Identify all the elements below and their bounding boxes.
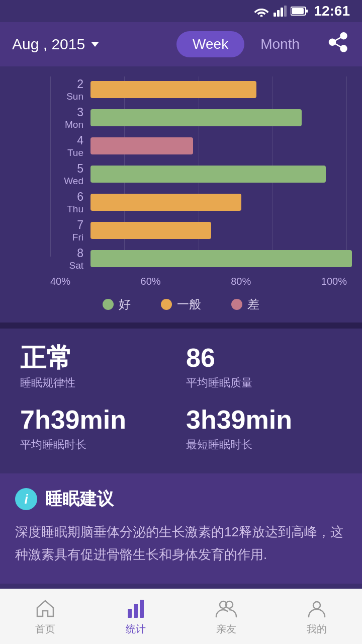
svg-rect-10	[140, 600, 144, 618]
bar-fill-6	[90, 250, 352, 267]
bar-row-6: 8Sat	[50, 246, 352, 272]
quality-label: 平均睡眠质量	[186, 375, 342, 390]
min-duration-value: 3h39min	[186, 406, 342, 434]
nav-mine[interactable]: 我的	[272, 589, 362, 644]
bar-fill-0	[90, 81, 256, 98]
status-bar: 12:61	[0, 0, 362, 22]
bar-row-1: 3Mon	[50, 105, 352, 131]
legend: 好一般差	[10, 287, 352, 317]
nav-friends-label: 亲友	[216, 622, 236, 636]
svg-rect-1	[274, 13, 276, 17]
tab-group: Week Month	[176, 31, 316, 57]
regularity-stat: 正常 睡眠规律性	[20, 344, 176, 390]
friends-icon	[215, 597, 237, 619]
bar-label-1: 3Mon	[50, 106, 90, 130]
bar-row-0: 2Sun	[50, 76, 352, 103]
svg-rect-8	[128, 609, 132, 618]
min-duration-label: 最短睡眠时长	[186, 437, 342, 452]
legend-item-0: 好	[103, 296, 131, 312]
bar-row-4: 6Thu	[50, 189, 352, 215]
chart-area: 2Sun3Mon4Tue5Wed6Thu7Fri8Sat 40%60%80%10…	[0, 66, 362, 323]
share-button[interactable]	[328, 32, 350, 56]
svg-rect-4	[284, 6, 287, 17]
bar-label-2: 4Tue	[50, 134, 90, 158]
avg-duration-value: 7h39min	[20, 406, 176, 434]
min-duration-stat: 3h39min 最短睡眠时长	[186, 406, 342, 452]
home-icon	[34, 597, 56, 619]
date-selector[interactable]: Aug , 2015	[12, 36, 176, 53]
legend-item-2: 差	[231, 296, 259, 312]
nav-mine-label: 我的	[307, 622, 327, 636]
avg-duration-stat: 7h39min 平均睡眠时长	[20, 406, 176, 452]
status-icons	[253, 6, 309, 17]
advice-section: i 睡眠建议 深度睡眠期脑垂体分泌的生长激素的12释放达到高峰，这种激素具有促进…	[0, 473, 362, 583]
bottom-nav: 首页 统计 亲友 我的	[0, 589, 362, 644]
quality-value: 86	[186, 344, 342, 372]
date-text: Aug , 2015	[12, 36, 85, 53]
svg-rect-2	[277, 10, 280, 17]
nav-stats-label: 统计	[126, 622, 146, 636]
x-label-3: 100%	[321, 276, 347, 287]
chart-container: 2Sun3Mon4Tue5Wed6Thu7Fri8Sat 40%60%80%10…	[10, 76, 352, 287]
x-label-0: 40%	[50, 276, 70, 287]
bar-fill-5	[90, 222, 211, 239]
svg-rect-9	[134, 604, 138, 618]
regularity-label: 睡眠规律性	[20, 375, 176, 390]
bar-row-2: 4Tue	[50, 133, 352, 159]
svg-point-13	[313, 602, 320, 609]
advice-text: 深度睡眠期脑垂体分泌的生长激素的12释放达到高峰，这种激素具有促进骨骼生长和身体…	[15, 521, 347, 565]
signal-icon	[274, 6, 287, 17]
bar-label-3: 5Wed	[50, 162, 90, 187]
x-axis: 40%60%80%100%	[10, 276, 352, 287]
share-icon	[328, 32, 350, 54]
section-divider	[0, 323, 362, 329]
battery-icon	[291, 6, 309, 16]
bar-label-0: 2Sun	[50, 77, 90, 102]
nav-home[interactable]: 首页	[0, 589, 90, 644]
bar-row-5: 7Fri	[50, 217, 352, 244]
stats-icon	[125, 597, 147, 619]
nav-home-label: 首页	[35, 622, 55, 636]
mine-icon	[306, 597, 328, 619]
bar-fill-2	[90, 137, 193, 154]
bar-label-4: 6Thu	[50, 190, 90, 215]
bar-fill-4	[90, 194, 241, 211]
advice-header: i 睡眠建议	[15, 488, 347, 511]
bar-row-3: 5Wed	[50, 161, 352, 187]
main-content: 12:61 Aug , 2015 Week Month	[0, 0, 362, 639]
stats-grid: 正常 睡眠规律性 86 平均睡眠质量 7h39min 平均睡眠时长 3h39mi…	[20, 344, 342, 452]
advice-title: 睡眠建议	[45, 488, 114, 511]
bar-fill-3	[90, 166, 326, 183]
status-time: 12:61	[314, 3, 350, 19]
bar-fill-1	[90, 109, 302, 126]
week-tab[interactable]: Week	[176, 31, 244, 57]
regularity-value: 正常	[20, 344, 176, 372]
wifi-icon	[253, 6, 269, 17]
dropdown-arrow-icon	[91, 42, 99, 47]
nav-stats[interactable]: 统计	[90, 589, 181, 644]
bar-label-5: 7Fri	[50, 218, 90, 243]
bar-label-6: 8Sat	[50, 247, 90, 271]
stats-section: 正常 睡眠规律性 86 平均睡眠质量 7h39min 平均睡眠时长 3h39mi…	[0, 329, 362, 467]
header: Aug , 2015 Week Month	[0, 22, 362, 66]
svg-rect-7	[292, 8, 304, 14]
month-tab[interactable]: Month	[244, 31, 316, 57]
avg-duration-label: 平均睡眠时长	[20, 437, 176, 452]
svg-rect-6	[306, 10, 308, 13]
svg-rect-3	[281, 8, 283, 17]
quality-stat: 86 平均睡眠质量	[186, 344, 342, 390]
legend-item-1: 一般	[161, 296, 201, 312]
bars-section: 2Sun3Mon4Tue5Wed6Thu7Fri8Sat	[10, 76, 352, 272]
info-icon: i	[15, 488, 37, 510]
svg-point-0	[260, 15, 263, 17]
x-label-2: 80%	[231, 276, 251, 287]
x-label-1: 60%	[141, 276, 161, 287]
nav-friends[interactable]: 亲友	[181, 589, 272, 644]
